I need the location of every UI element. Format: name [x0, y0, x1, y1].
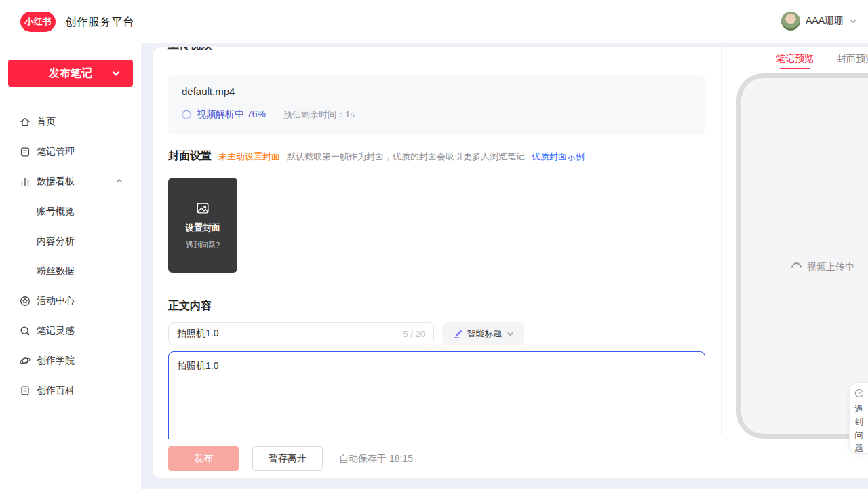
content-section-heading: 正文内容 — [168, 299, 212, 313]
parse-status: 视频解析中 76% — [197, 109, 266, 121]
chevron-down-icon — [111, 69, 121, 78]
sidebar-item-label: 账号概览 — [37, 206, 75, 218]
autosave-status: 自动保存于 18:15 — [339, 453, 413, 465]
image-icon — [195, 201, 210, 216]
title-input[interactable] — [177, 328, 403, 339]
app-root: 小红书 创作服务平台 AAA珊珊 发布笔记 首页 笔记管理 数据看板 — [0, 0, 868, 489]
chevron-down-icon — [849, 17, 857, 25]
sidebar-item-creator-wiki[interactable]: 创作百科 — [0, 376, 141, 406]
cover-warning: 未主动设置封面 — [218, 151, 280, 163]
top-header: 小红书 创作服务平台 AAA珊珊 — [0, 0, 868, 43]
body-textarea[interactable]: 拍照机1.0 — [169, 352, 705, 439]
file-name: default.mp4 — [182, 85, 235, 97]
save-and-leave-button[interactable]: 暂存离开 — [252, 446, 323, 471]
tab-note-preview[interactable]: 笔记预览 — [776, 53, 814, 69]
sidebar-item-creator-academy[interactable]: 创作学院 — [0, 346, 141, 376]
sidebar-item-note-manage[interactable]: 笔记管理 — [0, 137, 141, 167]
sidebar-menu: 首页 笔记管理 数据看板 账号概览 内容分析 粉丝数据 活动中心 — [0, 107, 141, 406]
loading-spinner-icon — [789, 260, 804, 274]
home-icon — [19, 116, 31, 128]
magic-pen-icon — [453, 329, 463, 339]
phone-preview-frame: 视频上传中 — [736, 73, 868, 439]
publish-button[interactable]: 发布 — [168, 446, 239, 471]
preview-tabs: 笔记预览 封面预览 — [776, 53, 868, 69]
xiaohongshu-logo[interactable]: 小红书 — [20, 12, 56, 32]
publish-note-button[interactable]: 发布笔记 — [8, 60, 133, 87]
sidebar-item-label: 数据看板 — [37, 176, 75, 188]
inspiration-icon — [19, 325, 31, 337]
upload-file-card: default.mp4 视频解析中 76% 预估剩余时间：1s — [168, 75, 705, 134]
body-textarea-wrap: 拍照机1.0 — [168, 351, 705, 439]
user-name: AAA珊珊 — [806, 15, 844, 27]
sidebar-item-fans-data[interactable]: 粉丝数据 — [0, 256, 141, 286]
set-cover-label: 设置封面 — [185, 222, 220, 234]
sidebar-item-label: 笔记管理 — [37, 146, 75, 158]
chevron-up-icon — [115, 177, 123, 185]
sidebar-item-note-inspiration[interactable]: 笔记灵感 — [0, 316, 141, 346]
svg-text:?: ? — [857, 391, 860, 397]
action-bar: 发布 暂存离开 自动保存于 18:15 — [153, 439, 721, 478]
user-menu[interactable]: AAA珊珊 — [781, 12, 857, 31]
sidebar-item-content-analysis[interactable]: 内容分析 — [0, 227, 141, 256]
sidebar-item-label: 创作百科 — [37, 385, 75, 397]
cover-help-link[interactable]: 遇到问题? — [186, 240, 220, 250]
sidebar-item-home[interactable]: 首页 — [0, 107, 141, 137]
avatar[interactable] — [781, 12, 800, 31]
note-icon — [19, 146, 31, 158]
sidebar-item-activity-center[interactable]: 活动中心 — [0, 286, 141, 316]
publish-note-label: 发布笔记 — [49, 66, 92, 81]
sidebar-item-label: 笔记灵感 — [37, 325, 75, 337]
title-input-wrap: 5 / 20 — [168, 322, 434, 345]
sidebar-item-label: 首页 — [37, 116, 56, 128]
smart-title-label: 智能标题 — [467, 328, 502, 340]
book-icon — [19, 385, 31, 397]
page-title: 创作服务平台 — [65, 14, 134, 30]
cover-settings-row: 封面设置 未主动设置封面 默认截取第一帧作为封面，优质的封面会吸引更多人浏览笔记… — [168, 149, 585, 163]
chevron-down-icon — [507, 330, 514, 338]
bar-chart-icon — [19, 176, 31, 188]
set-cover-button[interactable]: 设置封面 遇到问题? — [168, 178, 237, 273]
help-float-tab[interactable]: ? 遇到问题 — [849, 382, 868, 454]
sidebar: 发布笔记 首页 笔记管理 数据看板 账号概览 内容分析 — [0, 43, 141, 489]
cover-section-heading: 封面设置 — [168, 149, 212, 163]
sidebar-item-label: 活动中心 — [37, 295, 75, 307]
main-panel: 上传视频 default.mp4 视频解析中 76% 预估剩余时间：1s 封面设… — [153, 47, 868, 478]
sidebar-item-label: 创作学院 — [37, 355, 75, 367]
planet-icon — [19, 355, 31, 367]
progress-spinner-icon — [182, 110, 191, 119]
star-circle-icon — [19, 295, 31, 307]
upload-progress-row: 视频解析中 76% 预估剩余时间：1s — [182, 109, 355, 121]
eta-text: 预估剩余时间：1s — [283, 109, 355, 121]
sidebar-item-account-overview[interactable]: 账号概览 — [0, 197, 141, 227]
smart-title-button[interactable]: 智能标题 — [442, 322, 524, 345]
preview-panel: 笔记预览 封面预览 视频上传中 — [721, 47, 868, 439]
tab-cover-preview[interactable]: 封面预览 — [837, 53, 868, 69]
sidebar-item-label: 粉丝数据 — [37, 265, 75, 277]
cover-example-link[interactable]: 优质封面示例 — [532, 151, 585, 163]
help-float-label: 遇到问题 — [854, 403, 864, 456]
question-circle-icon: ? — [854, 389, 864, 401]
cover-hint: 默认截取第一帧作为封面，优质的封面会吸引更多人浏览笔记 — [287, 151, 525, 163]
video-uploading-label: 视频上传中 — [807, 261, 854, 273]
sidebar-item-label: 内容分析 — [37, 235, 75, 248]
title-char-count: 5 / 20 — [403, 329, 425, 339]
logo-text: 小红书 — [25, 16, 52, 28]
sidebar-item-dashboard[interactable]: 数据看板 — [0, 167, 141, 197]
video-uploading-status: 视频上传中 — [741, 261, 868, 273]
upload-video-heading-clipped: 上传视频 — [168, 47, 212, 52]
